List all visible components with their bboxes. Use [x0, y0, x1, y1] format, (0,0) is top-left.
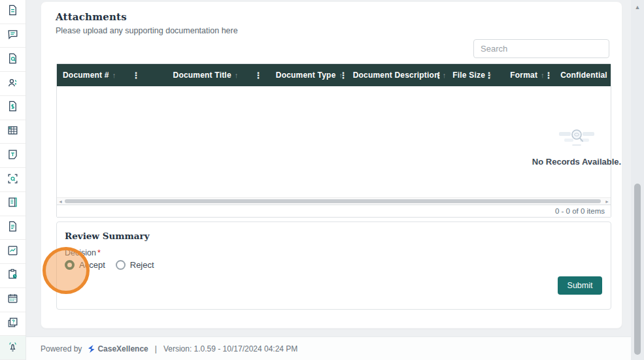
- sidebar-item-record-search[interactable]: [0, 168, 25, 192]
- radio-reject-input[interactable]: [116, 260, 126, 270]
- clipboard-clock-icon: [7, 268, 19, 283]
- page-title: Attachments: [56, 11, 127, 23]
- radio-accept-label[interactable]: Accept: [79, 260, 105, 270]
- scan-search-icon: [7, 172, 19, 188]
- sort-arrow-icon[interactable]: ↑: [112, 71, 116, 79]
- sidebar-item-files[interactable]: [0, 216, 25, 240]
- version-text: Version: 1.0.59 - 10/17/2024 04:24 PM: [163, 344, 297, 353]
- attachments-panel: Attachments Please upload any supporting…: [41, 1, 622, 329]
- scroll-left-icon[interactable]: ◄: [57, 198, 64, 205]
- empty-state-text: No Records Available.: [515, 157, 639, 167]
- search-input[interactable]: [473, 39, 609, 58]
- table-body-empty: No Records Available.: [57, 86, 611, 197]
- table-pager: 0 - 0 of 0 items: [57, 205, 611, 217]
- sidebar-item-billing[interactable]: [0, 96, 25, 120]
- file-search-icon: [7, 52, 19, 67]
- bell-icon: [7, 340, 19, 355]
- user-alert-icon: [7, 76, 19, 91]
- column-header-document-number[interactable]: Document # ↑ ⋮: [57, 64, 144, 86]
- footer: Powered by CaseXellence | Version: 1.0.5…: [26, 336, 644, 360]
- attachments-table: Document # ↑ ⋮ Document Title ↑ ⋮ Docume…: [56, 63, 611, 218]
- sort-arrow-icon[interactable]: ↑: [235, 71, 239, 79]
- column-header-format[interactable]: Format ↑ ⋮: [498, 64, 557, 86]
- table-header-row: Document # ↑ ⋮ Document Title ↑ ⋮ Docume…: [57, 64, 611, 86]
- no-records-illustration-icon: [555, 127, 598, 149]
- review-summary-panel: Review Summary Decision* Accept Reject S…: [56, 221, 611, 310]
- ledger-icon: [7, 196, 19, 211]
- calendar-icon: [7, 292, 19, 307]
- note-text-icon: [7, 148, 19, 163]
- powered-by-label: Powered by: [41, 344, 82, 353]
- sidebar-item-calendar[interactable]: [0, 288, 25, 312]
- column-menu-icon[interactable]: ⋮: [337, 71, 350, 80]
- file-dollar-icon: [7, 100, 19, 115]
- submit-button[interactable]: Submit: [558, 276, 602, 295]
- chart-icon: [7, 244, 19, 259]
- scroll-right-icon[interactable]: ►: [603, 198, 611, 205]
- column-menu-icon[interactable]: ⋮: [252, 71, 265, 80]
- column-menu-icon[interactable]: ⋮: [433, 71, 445, 80]
- brand-logo: CaseXellence: [87, 344, 148, 353]
- column-header-file-size[interactable]: File Size ↑ ⋮: [447, 64, 498, 86]
- brand-name: CaseXellence: [97, 344, 148, 353]
- sidebar: [0, 0, 26, 360]
- sidebar-item-document-search[interactable]: [0, 48, 25, 72]
- column-header-confidential[interactable]: Confidential: [557, 64, 611, 86]
- horizontal-scrollbar[interactable]: ◄ ►: [57, 197, 611, 205]
- file-text-icon: [7, 4, 19, 19]
- table-grid-icon: [7, 124, 19, 139]
- review-summary-title: Review Summary: [65, 231, 150, 241]
- column-header-document-type[interactable]: Document Type ↑ ⋮: [267, 64, 352, 86]
- pager-count: 0 - 0 of 0 items: [555, 207, 605, 215]
- sidebar-item-contacts[interactable]: [0, 72, 25, 96]
- scroll-up-icon[interactable]: ▲: [631, 4, 644, 10]
- radio-accept-input[interactable]: [65, 260, 75, 270]
- vertical-scrollbar[interactable]: ▲: [631, 0, 644, 360]
- page-subtitle: Please upload any supporting documentati…: [56, 26, 238, 35]
- column-menu-icon[interactable]: ⋮: [543, 71, 555, 80]
- column-header-document-title[interactable]: Document Title ↑ ⋮: [144, 64, 267, 86]
- vertical-scrollbar-thumb[interactable]: [634, 184, 641, 355]
- footer-separator: |: [155, 344, 157, 353]
- decision-label: Decision*: [65, 248, 101, 257]
- horizontal-scrollbar-thumb[interactable]: [65, 199, 601, 203]
- empty-state: No Records Available.: [515, 127, 639, 167]
- sidebar-item-documents[interactable]: [0, 0, 25, 24]
- sidebar-item-tasks[interactable]: [0, 264, 25, 288]
- chat-icon: [7, 28, 19, 43]
- decision-radio-group: Accept Reject: [65, 260, 154, 270]
- sidebar-item-reports[interactable]: [0, 240, 25, 264]
- file-lines-icon: [7, 220, 19, 235]
- help-docs-icon: [7, 316, 19, 331]
- sidebar-item-notes[interactable]: [0, 144, 25, 168]
- required-marker: *: [97, 248, 101, 257]
- sidebar-item-notifications[interactable]: [0, 336, 25, 360]
- column-menu-icon[interactable]: ⋮: [483, 71, 496, 80]
- column-menu-icon[interactable]: ⋮: [130, 71, 143, 80]
- casexellence-logo-icon: [87, 344, 95, 353]
- sidebar-item-messages[interactable]: [0, 24, 25, 48]
- radio-accept[interactable]: Accept: [65, 260, 105, 270]
- radio-reject-label[interactable]: Reject: [130, 260, 154, 270]
- column-header-document-description[interactable]: Document Description ↑ ⋮: [352, 64, 447, 86]
- sidebar-item-ledger[interactable]: [0, 192, 25, 216]
- radio-reject[interactable]: Reject: [116, 260, 154, 270]
- sidebar-item-data-table[interactable]: [0, 120, 25, 144]
- sidebar-item-help[interactable]: [0, 312, 25, 336]
